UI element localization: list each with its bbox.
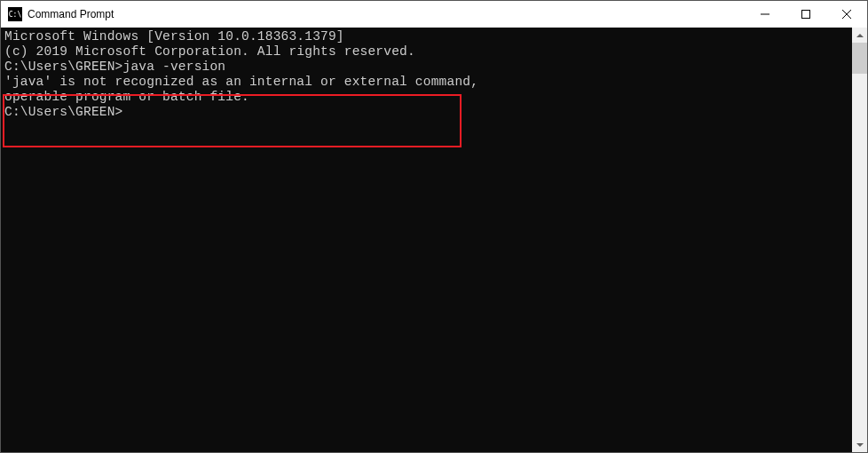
- error-line-1: 'java' is not recognized as an internal …: [4, 75, 848, 90]
- cmd-icon: C:\: [8, 7, 22, 21]
- maximize-button[interactable]: [785, 1, 826, 28]
- svg-marker-4: [856, 34, 864, 37]
- titlebar[interactable]: C:\ Command Prompt: [1, 1, 867, 28]
- window-title: Command Prompt: [28, 8, 114, 20]
- scroll-up-arrow-icon[interactable]: [852, 28, 867, 43]
- chevron-down-icon: [856, 443, 864, 447]
- chevron-up-icon: [856, 34, 864, 37]
- prompt-line-1: C:\Users\GREEN>java -version: [4, 60, 848, 75]
- svg-rect-1: [802, 11, 810, 19]
- terminal-area: Microsoft Windows [Version 10.0.18363.13…: [1, 28, 867, 452]
- vertical-scrollbar[interactable]: [852, 28, 867, 452]
- window-controls: [745, 1, 867, 28]
- copyright-line: (c) 2019 Microsoft Corporation. All righ…: [4, 44, 848, 60]
- header-line: Microsoft Windows [Version 10.0.18363.13…: [4, 29, 848, 44]
- terminal-output[interactable]: Microsoft Windows [Version 10.0.18363.13…: [1, 28, 852, 452]
- command-text: java -version: [123, 60, 226, 74]
- svg-marker-5: [856, 443, 864, 447]
- minimize-button[interactable]: [745, 1, 785, 28]
- prompt-text: C:\Users\GREEN>: [4, 60, 123, 74]
- scrollbar-thumb[interactable]: [852, 43, 867, 74]
- close-icon: [842, 10, 851, 19]
- error-line-2: operable program or batch file.: [4, 90, 848, 105]
- cmd-icon-text: C:\: [9, 11, 21, 19]
- scroll-down-arrow-icon[interactable]: [852, 437, 867, 452]
- command-prompt-window: C:\ Command Prompt Microsoft Windows [Ve…: [0, 0, 868, 453]
- maximize-icon: [801, 10, 810, 19]
- minimize-icon: [761, 10, 769, 19]
- close-button[interactable]: [826, 1, 867, 28]
- prompt-line-2: C:\Users\GREEN>: [4, 105, 848, 120]
- prompt-text: C:\Users\GREEN>: [4, 105, 123, 119]
